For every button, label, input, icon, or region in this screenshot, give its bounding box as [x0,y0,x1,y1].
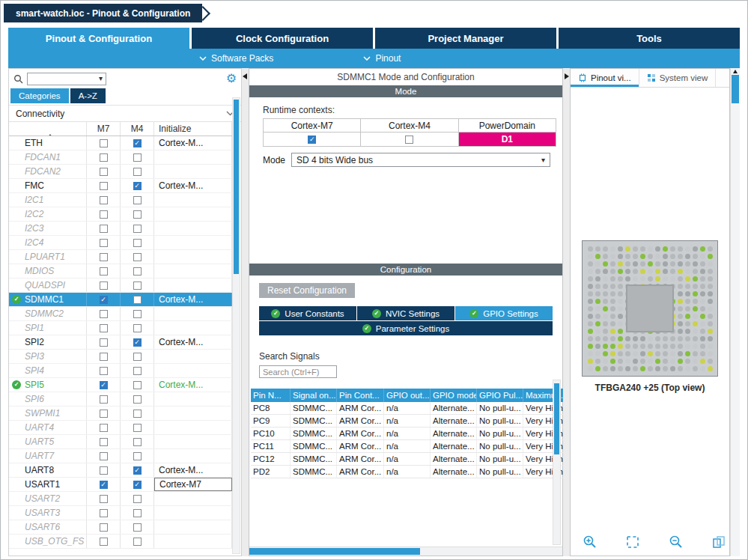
bga-ball[interactable] [708,359,713,364]
bga-ball[interactable] [685,321,690,326]
peripheral-row[interactable]: I2C3 [9,222,232,236]
bga-ball[interactable] [625,344,630,349]
bga-ball[interactable] [663,366,668,371]
bga-ball[interactable] [708,329,713,334]
bga-ball[interactable] [648,254,653,259]
m7-checkbox[interactable] [100,466,108,475]
m4-checkbox[interactable] [133,424,142,432]
bga-ball[interactable] [678,344,683,349]
bga-ball[interactable] [708,276,713,281]
bga-ball[interactable] [708,321,713,326]
bga-ball[interactable] [670,254,675,259]
bga-ball[interactable] [663,336,668,341]
bga-ball[interactable] [708,366,713,371]
bga-ball[interactable] [588,314,593,319]
bga-ball[interactable] [693,306,698,311]
peripheral-row[interactable]: FDCAN2 [9,165,232,179]
bga-ball[interactable] [693,291,698,296]
m4-checkbox[interactable] [133,395,142,404]
right-scrollbar[interactable] [730,68,740,556]
bga-ball[interactable] [700,299,705,304]
bga-ball[interactable] [603,291,608,296]
bga-ball[interactable] [648,261,653,267]
bga-ball[interactable] [633,254,638,259]
gpio-table-row[interactable]: PC12SDMMC...ARM Cor...n/aAlternate...No … [251,453,566,466]
bga-ball[interactable] [588,269,593,274]
bga-ball[interactable] [603,254,608,259]
software-packs-menu[interactable]: Software Packs [199,53,273,64]
bga-ball[interactable] [700,291,705,296]
bga-ball[interactable] [648,336,653,341]
bga-ball[interactable] [685,291,690,296]
bga-ball[interactable] [670,246,675,252]
bga-ball[interactable] [618,366,623,371]
m4-checkbox[interactable] [133,210,142,219]
gpio-col-header[interactable]: GPIO out... [384,389,431,402]
mode-select[interactable]: SD 4 bits Wide bus ▾ [291,153,550,167]
bga-ball[interactable] [595,254,600,259]
peripheral-row[interactable]: SPI5Cortex-M... [9,378,232,392]
scroll-up-icon[interactable] [733,70,738,73]
bga-ball[interactable] [685,336,690,341]
bga-ball[interactable] [595,359,600,364]
bga-ball[interactable] [700,336,705,341]
bga-ball[interactable] [610,254,615,259]
bga-ball[interactable] [625,336,630,341]
bga-ball[interactable] [633,261,638,267]
m7-checkbox[interactable] [100,139,108,147]
best-fit-icon[interactable] [625,535,640,550]
bga-ball[interactable] [618,336,623,341]
bga-ball[interactable] [603,314,608,319]
bga-ball[interactable] [663,269,668,274]
bga-ball[interactable] [648,276,653,281]
bga-ball[interactable] [603,359,608,364]
bga-ball[interactable] [625,366,630,371]
bga-ball[interactable] [588,359,593,364]
bga-ball[interactable] [603,344,608,349]
gear-icon[interactable]: ⚙ [226,73,237,85]
peripheral-row[interactable]: USB_OTG_FS [9,535,232,549]
bga-ball[interactable] [610,276,615,281]
m4-checkbox[interactable] [133,410,142,418]
bga-ball[interactable] [633,359,638,364]
bga-ball[interactable] [678,321,683,326]
bga-ball[interactable] [610,306,615,311]
tab-clock-configuration[interactable]: Clock Configuration [192,28,373,49]
bga-ball[interactable] [663,261,668,267]
bga-ball[interactable] [640,336,645,341]
bga-ball[interactable] [595,321,600,326]
peripheral-row[interactable]: UART8Cortex-M... [9,463,232,478]
m7-checkbox[interactable] [100,538,108,546]
bga-ball[interactable] [678,336,683,341]
bga-ball[interactable] [588,299,593,304]
bga-ball[interactable] [648,344,653,349]
horizontal-scrollbar[interactable] [249,547,562,556]
bga-ball[interactable] [678,329,683,334]
m7-checkbox[interactable] [100,168,108,176]
bga-ball[interactable] [640,269,645,274]
m4-checkbox[interactable] [133,153,142,162]
m7-checkbox[interactable] [100,310,108,318]
bga-ball[interactable] [663,344,668,349]
peripheral-row[interactable]: QUADSPI [9,279,232,293]
bga-ball[interactable] [625,261,630,267]
bga-ball[interactable] [595,351,600,356]
bga-ball[interactable] [678,359,683,364]
bga-ball[interactable] [588,344,593,349]
peripheral-row[interactable]: FDCAN1 [9,150,232,165]
bga-ball[interactable] [693,269,698,274]
bga-ball[interactable] [693,329,698,334]
bga-ball[interactable] [685,261,690,267]
tab-system-view[interactable]: System view [639,69,717,87]
bga-ball[interactable] [595,276,600,281]
peripheral-row[interactable]: UART7 [9,449,232,463]
gpio-table-row[interactable]: PC10SDMMC...ARM Cor...n/aAlternate...No … [251,427,566,440]
m4-checkbox[interactable] [133,353,142,361]
m7-checkbox[interactable] [100,267,108,276]
peripheral-row[interactable]: SPI1 [9,321,232,335]
bga-ball[interactable] [693,261,698,267]
bga-ball[interactable] [708,351,713,356]
chip-package[interactable] [582,240,718,377]
bga-ball[interactable] [655,269,660,274]
peripheral-row[interactable]: I2C2 [9,207,232,222]
